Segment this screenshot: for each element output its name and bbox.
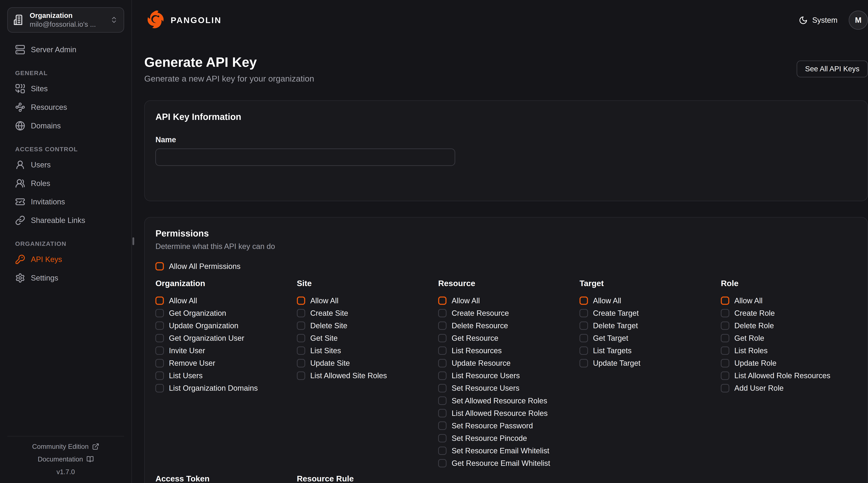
checkbox-icon[interactable]: [721, 309, 729, 318]
permission-checkbox-row[interactable]: Set Resource Users: [438, 382, 574, 394]
organization-selector[interactable]: Organization milo@fossorial.io's ...: [7, 7, 124, 33]
permission-checkbox-row[interactable]: Allow All: [580, 294, 715, 307]
checkbox-icon[interactable]: [438, 421, 447, 430]
permission-checkbox-row[interactable]: Create Site: [297, 307, 433, 319]
checkbox-icon[interactable]: [580, 321, 588, 330]
permission-checkbox-row[interactable]: Remove User: [155, 357, 291, 369]
checkbox-icon[interactable]: [721, 334, 729, 343]
checkbox-icon[interactable]: [155, 334, 164, 343]
sidebar-item-shareable-links[interactable]: Shareable Links: [7, 211, 124, 230]
checkbox-icon[interactable]: [438, 384, 447, 392]
permission-checkbox-row[interactable]: List Resources: [438, 344, 574, 357]
checkbox-icon[interactable]: [297, 359, 305, 367]
checkbox-icon[interactable]: [580, 309, 588, 318]
permission-checkbox-row[interactable]: Delete Site: [297, 319, 433, 332]
sidebar-item-users[interactable]: Users: [7, 156, 124, 174]
permission-checkbox-row[interactable]: List Roles: [721, 344, 857, 357]
theme-toggle[interactable]: System: [799, 16, 837, 25]
checkbox-icon[interactable]: [155, 372, 164, 380]
checkbox-icon[interactable]: [297, 334, 305, 343]
permission-checkbox-row[interactable]: Get Resource Email Whitelist: [438, 457, 574, 470]
checkbox-icon[interactable]: [155, 309, 164, 318]
permission-checkbox-row[interactable]: Set Resource Pincode: [438, 432, 574, 445]
permission-checkbox-row[interactable]: List Allowed Site Roles: [297, 369, 433, 382]
permission-checkbox-row[interactable]: Get Resource: [438, 332, 574, 344]
documentation-link[interactable]: Documentation: [38, 455, 94, 463]
checkbox-icon[interactable]: [438, 409, 447, 417]
permission-checkbox-row[interactable]: List Allowed Resource Roles: [438, 407, 574, 419]
permission-checkbox-row[interactable]: Get Role: [721, 332, 857, 344]
permission-checkbox-row[interactable]: Allow All: [155, 294, 291, 307]
sidebar-item-invitations[interactable]: Invitations: [7, 193, 124, 211]
permission-checkbox-row[interactable]: Delete Resource: [438, 319, 574, 332]
checkbox-icon[interactable]: [438, 372, 447, 380]
checkbox-icon[interactable]: [438, 347, 447, 355]
checkbox-icon[interactable]: [155, 384, 164, 392]
permission-checkbox-row[interactable]: Update Role: [721, 357, 857, 369]
permission-checkbox-row[interactable]: Set Allowed Resource Roles: [438, 394, 574, 407]
sidebar-item-server-admin[interactable]: Server Admin: [7, 40, 124, 59]
permission-checkbox-row[interactable]: Create Role: [721, 307, 857, 319]
checkbox-icon[interactable]: [438, 447, 447, 455]
permission-checkbox-row[interactable]: Add User Role: [721, 382, 857, 394]
sidebar-item-api-keys[interactable]: API Keys: [7, 250, 124, 269]
checkbox-icon[interactable]: [580, 296, 588, 305]
permission-checkbox-row[interactable]: Get Organization User: [155, 332, 291, 344]
checkbox-icon[interactable]: [297, 347, 305, 355]
checkbox-icon[interactable]: [297, 296, 305, 305]
permission-checkbox-row[interactable]: Update Site: [297, 357, 433, 369]
permission-checkbox-row[interactable]: Get Site: [297, 332, 433, 344]
allow-all-permissions-row[interactable]: Allow All Permissions: [155, 261, 857, 272]
name-input[interactable]: [155, 149, 455, 166]
permission-checkbox-row[interactable]: Allow All: [438, 294, 574, 307]
checkbox-icon[interactable]: [438, 396, 447, 405]
permission-checkbox-row[interactable]: Get Target: [580, 332, 715, 344]
checkbox-icon[interactable]: [297, 309, 305, 318]
permission-checkbox-row[interactable]: Delete Target: [580, 319, 715, 332]
permission-checkbox-row[interactable]: List Users: [155, 369, 291, 382]
permission-checkbox-row[interactable]: Update Organization: [155, 319, 291, 332]
brand[interactable]: PANGOLIN: [145, 9, 221, 31]
checkbox-icon[interactable]: [155, 347, 164, 355]
permission-checkbox-row[interactable]: Invite User: [155, 344, 291, 357]
sidebar-item-resources[interactable]: Resources: [7, 98, 124, 117]
sidebar-item-settings[interactable]: Settings: [7, 269, 124, 287]
permission-checkbox-row[interactable]: Allow All: [721, 294, 857, 307]
permission-checkbox-row[interactable]: Delete Role: [721, 319, 857, 332]
checkbox-icon[interactable]: [721, 296, 729, 305]
checkbox-icon[interactable]: [438, 309, 447, 318]
see-all-api-keys-button[interactable]: See All API Keys: [797, 61, 868, 77]
permission-checkbox-row[interactable]: List Organization Domains: [155, 382, 291, 394]
checkbox-icon[interactable]: [438, 459, 447, 468]
sidebar-item-sites[interactable]: Sites: [7, 79, 124, 98]
avatar[interactable]: M: [849, 10, 868, 30]
permission-checkbox-row[interactable]: List Allowed Role Resources: [721, 369, 857, 382]
checkbox-icon[interactable]: [155, 359, 164, 367]
checkbox-icon[interactable]: [438, 334, 447, 343]
checkbox-icon[interactable]: [155, 262, 164, 271]
permission-checkbox-row[interactable]: Create Resource: [438, 307, 574, 319]
checkbox-icon[interactable]: [297, 372, 305, 380]
checkbox-icon[interactable]: [155, 321, 164, 330]
checkbox-icon[interactable]: [721, 347, 729, 355]
checkbox-icon[interactable]: [580, 334, 588, 343]
permission-checkbox-row[interactable]: Set Resource Email Whitelist: [438, 445, 574, 457]
permission-checkbox-row[interactable]: List Sites: [297, 344, 433, 357]
checkbox-icon[interactable]: [155, 296, 164, 305]
checkbox-icon[interactable]: [438, 296, 447, 305]
community-edition-link[interactable]: Community Edition: [32, 443, 99, 450]
permission-checkbox-row[interactable]: Update Target: [580, 357, 715, 369]
permission-checkbox-row[interactable]: Create Target: [580, 307, 715, 319]
checkbox-icon[interactable]: [580, 347, 588, 355]
checkbox-icon[interactable]: [721, 359, 729, 367]
permission-checkbox-row[interactable]: Get Organization: [155, 307, 291, 319]
checkbox-icon[interactable]: [438, 434, 447, 443]
permission-checkbox-row[interactable]: Set Resource Password: [438, 419, 574, 432]
sidebar-item-domains[interactable]: Domains: [7, 117, 124, 135]
permission-checkbox-row[interactable]: List Targets: [580, 344, 715, 357]
checkbox-icon[interactable]: [721, 384, 729, 392]
checkbox-icon[interactable]: [438, 321, 447, 330]
checkbox-icon[interactable]: [438, 359, 447, 367]
sidebar-scrollbar-thumb[interactable]: [132, 237, 134, 245]
checkbox-icon[interactable]: [580, 359, 588, 367]
